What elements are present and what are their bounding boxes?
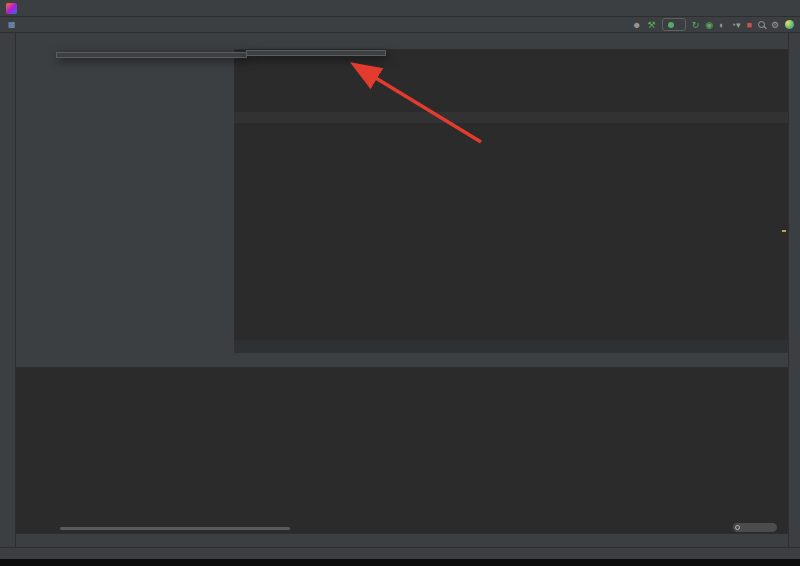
coverage-button[interactable]: ◐ xyxy=(719,20,724,30)
build-tools-icon[interactable]: ⚒ xyxy=(648,20,656,30)
console-output[interactable] xyxy=(56,369,796,525)
user-icon[interactable]: ☻ xyxy=(632,20,641,30)
project-panel xyxy=(16,33,234,353)
toolwindow-structure-button[interactable] xyxy=(0,453,16,455)
caret-line-highlight xyxy=(234,112,788,123)
title-bar xyxy=(0,0,800,17)
editor-tab-bar xyxy=(234,33,788,50)
error-stripe-mark xyxy=(782,230,786,232)
watermark-badge xyxy=(733,523,777,532)
yaml-breadcrumbs xyxy=(234,340,788,353)
screen-edge xyxy=(0,559,800,566)
editor-pane[interactable] xyxy=(234,50,788,340)
status-bar xyxy=(0,547,800,559)
new-submenu xyxy=(246,50,386,56)
run-config-icon xyxy=(668,22,674,28)
toolwindow-project-button[interactable] xyxy=(0,38,16,40)
ide-profile-icon[interactable] xyxy=(785,20,794,29)
right-tool-strip xyxy=(788,33,800,547)
tool-window-bar xyxy=(16,533,800,547)
navigation-bar: ▦ ☻ ⚒ ↻ ◉ ◐ ◔▾ ■ ⚙ xyxy=(0,17,800,33)
stop-button[interactable]: ■ xyxy=(746,20,751,30)
app-logo-icon xyxy=(6,3,17,14)
breadcrumb[interactable]: ▦ xyxy=(8,20,20,29)
left-tool-strip xyxy=(0,33,16,547)
project-panel-header xyxy=(16,33,234,50)
toolwindow-favorites-button[interactable] xyxy=(0,485,16,487)
toolwindow-maven-button[interactable] xyxy=(789,61,800,63)
project-icon: ▦ xyxy=(8,20,16,29)
settings-gear-icon[interactable]: ⚙ xyxy=(771,20,779,30)
search-icon[interactable] xyxy=(758,21,765,28)
run-config-combo[interactable] xyxy=(662,18,686,31)
run-tool-window xyxy=(16,353,800,533)
run-tool-window-header xyxy=(16,353,800,368)
ide-window: ▦ ☻ ⚒ ↻ ◉ ◐ ◔▾ ■ ⚙ xyxy=(0,0,800,566)
profiler-button[interactable]: ◔▾ xyxy=(731,20,741,30)
debug-button[interactable]: ◉ xyxy=(705,20,713,30)
run-button[interactable]: ↻ xyxy=(692,20,700,30)
context-menu xyxy=(56,52,247,58)
horizontal-scrollbar[interactable] xyxy=(60,527,290,530)
watermark-badge-icon xyxy=(735,525,740,530)
